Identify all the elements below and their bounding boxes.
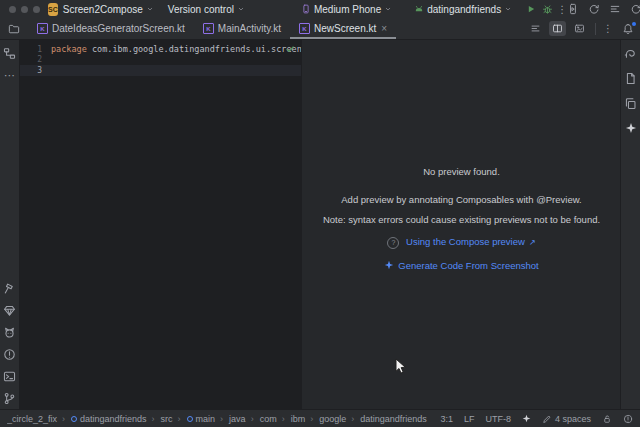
gemini-spark-icon	[522, 414, 531, 423]
compose-preview-doc-link[interactable]: Using the Compose preview	[406, 236, 536, 247]
breadcrumb: _circle_2_fix datingandfriends src main …	[7, 413, 430, 424]
left-tool-strip	[0, 40, 20, 409]
apply-changes-icon[interactable]	[588, 3, 600, 15]
split-view-button[interactable]	[549, 21, 566, 36]
line-separator-widget[interactable]: LF	[464, 414, 475, 424]
chevron-down-icon	[146, 5, 154, 13]
breadcrumb-item[interactable]: datingandfriends	[348, 414, 427, 424]
git-branch-icon	[3, 392, 16, 405]
gemini-spark-icon	[384, 260, 394, 270]
run-configuration-selector[interactable]: datingandfriends	[414, 4, 512, 15]
version-control-tool-window-button[interactable]	[2, 390, 18, 406]
code-line-3-current[interactable]: 3	[20, 65, 301, 76]
build-hammer-icon	[3, 282, 16, 295]
compose-preview-panel: No preview found. Add preview by annotat…	[301, 40, 621, 409]
chevron-down-icon	[237, 5, 245, 13]
debug-button[interactable]	[542, 4, 553, 15]
terminal-icon	[3, 370, 16, 383]
compose-preview-doc-row: Using the Compose preview	[302, 236, 621, 249]
no-preview-message-block: No preview found. Add preview by annotat…	[302, 166, 621, 283]
chevron-down-icon	[384, 5, 392, 13]
more-tool-windows-button[interactable]	[2, 67, 18, 83]
caret-position-widget[interactable]: 3:1	[440, 414, 453, 424]
breadcrumb-item[interactable]: main	[175, 414, 216, 424]
inspections-status-widget[interactable]	[285, 43, 295, 54]
run-play-icon	[526, 4, 536, 14]
close-tab-icon[interactable]: ×	[381, 24, 387, 34]
running-devices-icon	[624, 72, 637, 85]
gradle-tool-window-button[interactable]	[623, 45, 639, 61]
run-button[interactable]	[526, 4, 536, 14]
editor-tab-bar: K DateIdeasGeneratorScreen.kt K MainActi…	[0, 18, 640, 40]
design-view-button[interactable]	[571, 21, 588, 36]
breadcrumb-item[interactable]: ibm	[279, 414, 306, 424]
minimize-window-icon[interactable]	[21, 6, 28, 13]
device-manager-icon	[624, 97, 637, 110]
logcat-tool-window-button[interactable]	[2, 324, 18, 340]
running-devices-button[interactable]	[623, 70, 639, 86]
status-bar-widgets: 3:1 LF UTF-8 4 spaces	[440, 414, 633, 424]
breadcrumb-item[interactable]: _circle_2_fix	[7, 414, 57, 424]
code-keyword: package	[51, 44, 87, 54]
android-studio-window: SC Screen2Compose Version control Medium…	[0, 0, 640, 427]
code-view-button[interactable]	[527, 21, 544, 36]
readonly-toggle-widget[interactable]	[602, 414, 612, 424]
module-icon	[71, 416, 77, 422]
app-quality-insights-button[interactable]	[2, 302, 18, 318]
more-run-actions-button[interactable]	[557, 4, 567, 15]
right-tool-strip	[620, 40, 640, 409]
folder-icon	[8, 23, 20, 35]
line-number: 2	[20, 55, 51, 64]
code-editor[interactable]: 1 package com.ibm.google.datingandfriend…	[20, 40, 301, 409]
tab-dateideasgeneratorscreen[interactable]: K DateIdeasGeneratorScreen.kt	[28, 18, 194, 39]
mouse-cursor	[395, 358, 407, 376]
gradle-sync-icon[interactable]	[630, 3, 640, 15]
status-info-widget[interactable]	[623, 414, 633, 424]
tab-newscreen[interactable]: K NewScreen.kt ×	[290, 18, 396, 39]
debug-bug-icon	[542, 4, 553, 15]
problems-tool-window-button[interactable]	[2, 346, 18, 362]
quality-insights-diamond-icon	[3, 304, 16, 317]
device-selector[interactable]: Medium Phone	[301, 4, 392, 15]
design-view-icon	[574, 23, 585, 34]
ai-status-widget[interactable]	[522, 414, 531, 423]
problems-alert-icon	[3, 348, 16, 361]
tab-mainactivity[interactable]: K MainActivity.kt	[194, 18, 290, 39]
breadcrumb-item[interactable]: java	[217, 414, 246, 424]
breadcrumb-item[interactable]: ui	[429, 414, 431, 424]
title-bar-right-actions: P	[567, 3, 640, 15]
editor-options-button[interactable]	[603, 23, 613, 34]
build-tool-window-button[interactable]	[2, 280, 18, 296]
zoom-window-icon[interactable]	[33, 6, 40, 13]
breadcrumb-item[interactable]: src	[149, 414, 173, 424]
close-window-icon[interactable]	[9, 6, 16, 13]
vcs-menu[interactable]: Version control	[168, 4, 245, 15]
encoding-widget[interactable]: UTF-8	[485, 414, 511, 424]
android-icon	[414, 4, 424, 14]
gradle-elephant-icon	[624, 47, 637, 60]
terminal-tool-window-button[interactable]	[2, 368, 18, 384]
device-manager-button[interactable]	[623, 95, 639, 111]
indent-widget[interactable]: 4 spaces	[542, 414, 591, 424]
left-strip-bottom-group	[2, 280, 18, 406]
code-line-2[interactable]: 2	[20, 55, 301, 66]
gemini-tool-window-button[interactable]	[623, 120, 639, 136]
notifications-button[interactable]	[622, 23, 634, 35]
code-line-1[interactable]: 1 package com.ibm.google.datingandfriend…	[20, 44, 301, 55]
breadcrumb-item[interactable]: google	[307, 414, 346, 424]
profiler-icon[interactable]	[567, 3, 579, 15]
device-phone-icon	[301, 4, 311, 14]
gemini-spark-icon	[625, 122, 637, 134]
kotlin-file-icon: K	[37, 23, 48, 34]
select-opened-file-button[interactable]	[0, 18, 28, 39]
project-structure-icon	[3, 47, 16, 60]
notification-badge	[632, 22, 636, 26]
code-text: com.ibm.google.datingandfriends.ui.scree…	[87, 44, 307, 54]
breadcrumb-item[interactable]: datingandfriends	[59, 414, 147, 424]
project-tool-window-button[interactable]	[2, 45, 18, 61]
generate-code-from-screenshot-link[interactable]: Generate Code From Screenshot	[384, 260, 538, 271]
project-menu[interactable]: Screen2Compose	[63, 4, 154, 15]
breadcrumb-item[interactable]: com	[248, 414, 277, 424]
external-link-icon	[529, 236, 536, 247]
build-variants-icon[interactable]	[609, 3, 621, 15]
